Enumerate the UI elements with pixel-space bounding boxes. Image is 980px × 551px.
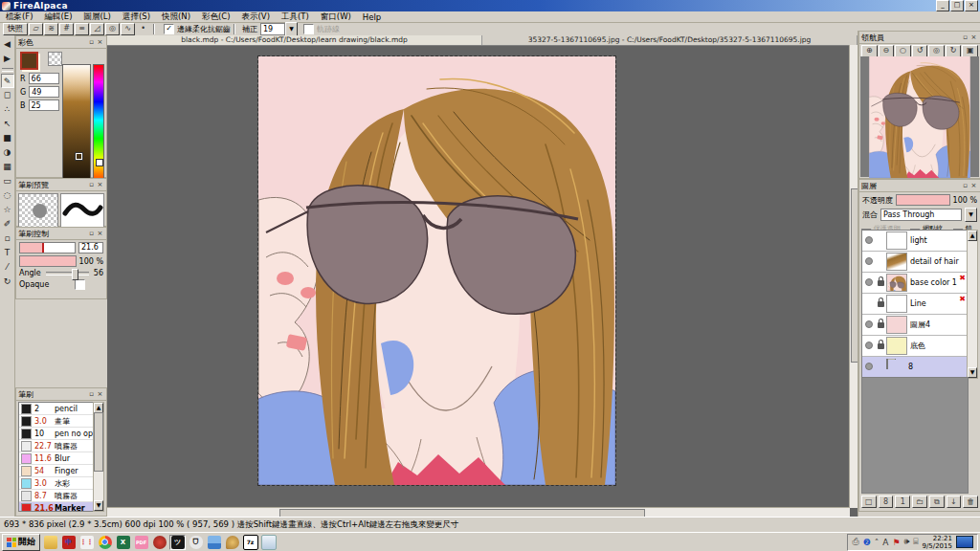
visibility-icon[interactable] [865,278,873,286]
menu-view[interactable]: 表示(V) [236,11,276,23]
close-icon[interactable]: × [96,38,104,47]
scroll-up-icon[interactable]: ▲ [968,231,977,241]
menu-snapshot[interactable]: 快照(N) [156,11,196,23]
firealpaca-taskbar-icon[interactable]: ツ [169,535,186,550]
alien-icon[interactable]: ᗜ [188,535,204,550]
menu-help[interactable]: Help [357,12,387,22]
start-button[interactable]: 開始 [2,534,40,551]
move-tool-icon[interactable]: ↖ [1,117,14,131]
menu-file[interactable]: 檔案(F) [0,11,39,23]
saturation-value-picker[interactable] [62,64,91,188]
snap-cross-icon[interactable]: # [59,23,74,35]
snap-vanishing-icon[interactable]: ◿ [90,23,104,35]
dock-icon[interactable]: ▫ [87,230,96,238]
brush-item[interactable]: 11.6Blur [19,452,94,465]
app-red-blue-icon[interactable]: 中 [60,535,77,550]
show-hidden-icons[interactable]: ˄ [875,538,880,547]
paint-palette-icon[interactable] [224,535,240,550]
explorer-icon[interactable] [42,535,58,550]
snap-horizontal-icon[interactable]: ≡ [75,23,89,35]
close-icon[interactable]: × [969,182,978,190]
dot-tool-icon[interactable]: ∴ [1,102,14,117]
correction-dropdown[interactable]: 19 ▼ [260,22,298,36]
network-icon[interactable]: ⌸ [913,537,918,547]
brush-item[interactable]: 8.7噴霧器 [19,490,94,502]
tray-clock[interactable]: 22:21 9/5/2015 [923,535,952,550]
close-button[interactable]: × [965,0,978,11]
brush-item[interactable]: 2pencil [19,403,94,415]
rotate-view-tool-icon[interactable]: ↻ [1,275,14,289]
layer-row[interactable]: base color 1 ✖ [862,273,968,294]
visibility-icon[interactable] [865,236,873,244]
pdf-icon[interactable]: PDF [133,535,149,550]
snap-point-icon[interactable]: • [136,23,150,35]
dock-icon[interactable]: ▫ [87,38,96,47]
navigator-thumbnail[interactable] [860,56,979,177]
foreground-color-swatch[interactable] [20,52,38,70]
canvas-vertical-scrollbar[interactable] [849,45,858,508]
brush-item[interactable]: 22.7噴霧器 [19,440,94,452]
sv-marker[interactable] [76,153,82,160]
visibility-icon[interactable] [865,363,873,370]
select-eraser-tool-icon[interactable]: ▫ [1,231,14,246]
redo-icon[interactable]: ▶ [1,52,14,66]
maximize-button[interactable]: □ [950,0,964,11]
layer-row-selected[interactable]: 8 [862,357,968,378]
antialias-checkbox[interactable]: ✓ 邊緣柔化抗鋸齒 [164,24,231,34]
image-viewer-icon[interactable] [206,535,222,550]
menu-window[interactable]: 窗口(W) [315,11,357,23]
brush-list-scrollbar[interactable]: ▲ ▼ [93,402,104,512]
new-8bit-layer-button[interactable]: 8 [879,496,894,508]
launcher-grid-icon[interactable]: ⋮⋮ [78,535,95,550]
chevron-down-icon[interactable]: ▼ [285,22,298,36]
brush-item[interactable]: 54Finger [19,465,94,477]
g-input[interactable] [29,86,59,98]
snap-curve-icon[interactable]: ∿ [121,23,135,35]
sevenzip-icon[interactable]: 7z [242,535,258,550]
dock-icon[interactable]: ▫ [961,182,969,190]
layer-row[interactable]: Line ✖ [862,294,968,315]
trail-checkbox-box[interactable] [303,24,314,34]
undo-icon[interactable]: ◀ [1,37,14,52]
menu-edit[interactable]: 編輯(E) [39,11,78,23]
select-rect-tool-icon[interactable]: ▭ [1,174,14,188]
select-pen-tool-icon[interactable]: ✐ [1,217,14,231]
dock-icon[interactable]: ▫ [961,33,969,42]
visibility-icon[interactable] [865,320,873,328]
close-icon[interactable]: × [96,390,104,399]
fill-tool-icon[interactable]: ■ [1,131,14,145]
visibility-icon[interactable] [865,257,873,265]
printer-icon[interactable]: ⎙ [852,537,858,547]
hue-marker[interactable] [96,159,103,166]
red-app-icon[interactable] [151,535,167,550]
document-tab-active[interactable]: black.mdp - C:/Users/FoodKT/Desktop/lear… [107,35,482,45]
chrome-icon[interactable] [97,535,113,550]
brush-tool-icon[interactable]: ✎ [1,74,14,88]
eraser-tool-icon[interactable]: ◻ [1,88,14,102]
menu-layer[interactable]: 圖層(L) [78,11,117,23]
eyedropper-tool-icon[interactable]: ⁄ [1,260,14,275]
brush-item[interactable]: 3.0畫筆 [19,415,94,428]
layer-list-scrollbar[interactable]: ▲ ▼ [967,230,978,379]
new-1bit-layer-button[interactable]: 1 [895,496,910,508]
gradation-square-tool-icon[interactable]: ▦ [1,160,14,174]
document-tab[interactable]: 35327-5-1367110695.jpg - C:/Users/FoodKT… [482,35,858,45]
duplicate-layer-button[interactable]: ⧉ [929,496,945,508]
lasso-tool-icon[interactable]: ◌ [1,188,14,203]
r-input[interactable] [29,73,59,84]
snap-off-icon[interactable]: ▱ [29,23,43,35]
transparent-color-swatch[interactable] [48,52,62,66]
close-icon[interactable]: × [96,181,104,189]
close-icon[interactable]: × [96,230,104,238]
hue-bar[interactable] [93,64,104,188]
drawing-canvas[interactable] [258,56,615,485]
layer-opacity-slider[interactable] [896,194,950,206]
brush-item[interactable]: 10pen no op [19,428,94,440]
visibility-icon[interactable] [865,342,873,349]
brush-item[interactable]: 3.0水彩 [19,477,94,490]
trail-checkbox[interactable]: 軌跡線 [303,24,340,34]
snap-radial-icon[interactable]: ◎ [105,23,120,35]
angle-slider[interactable] [46,272,89,276]
excel-icon[interactable]: X [115,535,131,550]
security-alert-icon[interactable]: ⚑ [892,538,900,547]
